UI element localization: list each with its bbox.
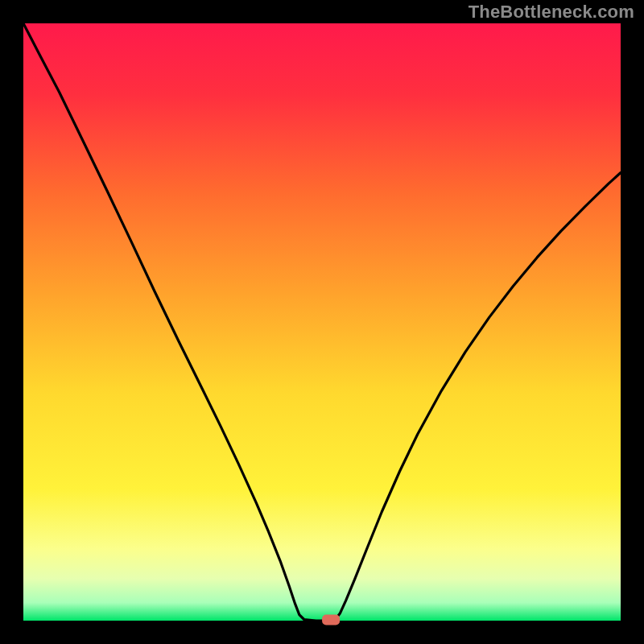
optimal-point-marker [322, 615, 340, 625]
bottleneck-curve-chart [0, 0, 644, 644]
watermark-text: TheBottleneck.com [469, 2, 634, 23]
gradient-background [23, 23, 621, 621]
chart-frame: { "watermark": "TheBottleneck.com", "cha… [0, 0, 644, 644]
